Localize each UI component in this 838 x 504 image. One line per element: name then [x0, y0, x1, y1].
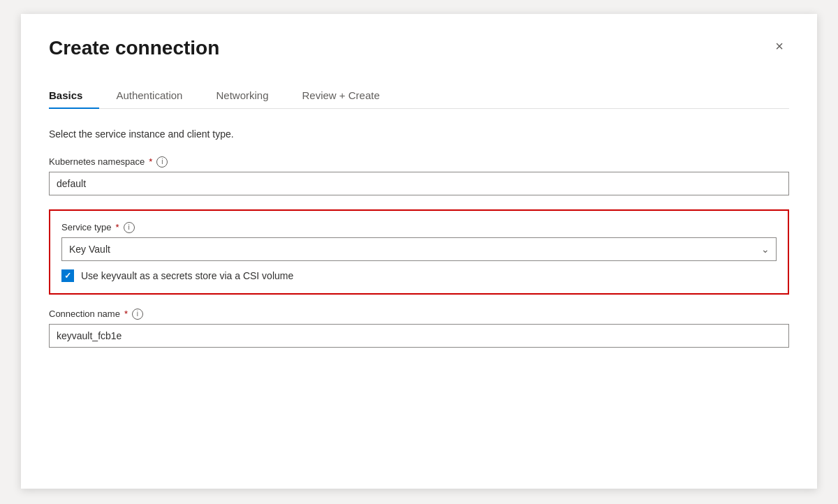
tab-authentication[interactable]: Authentication	[99, 82, 199, 108]
connection-name-input[interactable]	[49, 324, 789, 348]
checkbox-check-icon: ✓	[64, 271, 71, 281]
connection-name-info-icon[interactable]: i	[132, 309, 143, 320]
required-indicator: *	[149, 156, 152, 167]
kubernetes-namespace-label: Kubernetes namespace * i	[49, 156, 789, 168]
tab-basics[interactable]: Basics	[49, 82, 99, 108]
dialog-title: Create connection	[49, 36, 219, 60]
service-type-info-icon[interactable]: i	[124, 222, 135, 233]
tab-networking[interactable]: Networking	[199, 82, 285, 108]
tab-review-create[interactable]: Review + Create	[285, 82, 396, 108]
dialog-header: Create connection ×	[49, 36, 789, 60]
service-type-label: Service type * i	[61, 222, 777, 233]
create-connection-dialog: Create connection × Basics Authenticatio…	[21, 14, 817, 489]
close-button[interactable]: ×	[770, 36, 789, 56]
section-description: Select the service instance and client t…	[49, 128, 789, 140]
service-type-section: Service type * i Key Vault ⌄ ✓ Use keyva…	[49, 209, 789, 295]
connection-name-required: *	[124, 309, 128, 319]
connection-name-field: Connection name * i	[49, 309, 789, 348]
csi-checkbox-row: ✓ Use keyvault as a secrets store via a …	[61, 269, 777, 282]
kubernetes-namespace-info-icon[interactable]: i	[156, 156, 168, 168]
service-type-field: Service type * i Key Vault ⌄ ✓ Use keyva…	[61, 222, 777, 282]
csi-checkbox-label: Use keyvault as a secrets store via a CS…	[81, 270, 293, 281]
csi-checkbox[interactable]: ✓	[61, 269, 74, 282]
kubernetes-namespace-field: Kubernetes namespace * i	[49, 156, 789, 195]
kubernetes-namespace-input[interactable]	[49, 172, 789, 195]
service-type-required: *	[116, 222, 119, 232]
service-type-select-wrapper: Key Vault ⌄	[61, 237, 777, 261]
service-type-select[interactable]: Key Vault	[61, 237, 777, 261]
connection-name-label: Connection name * i	[49, 309, 789, 320]
tabs-nav: Basics Authentication Networking Review …	[49, 82, 789, 109]
